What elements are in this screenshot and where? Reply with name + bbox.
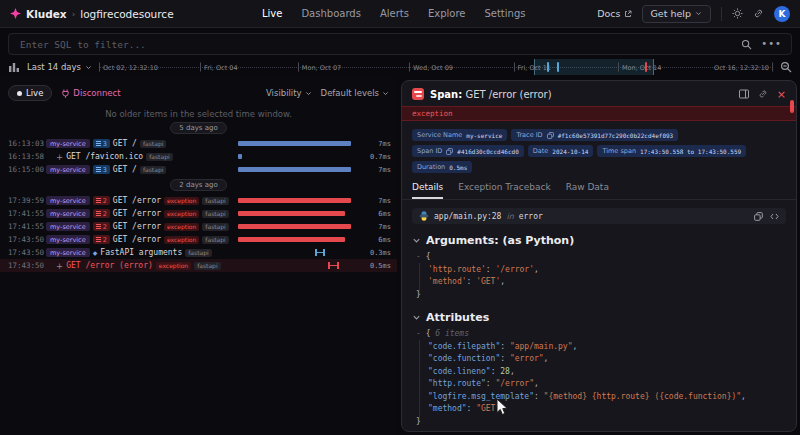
tab-explore[interactable]: Explore (428, 8, 466, 19)
copy-icon[interactable] (754, 212, 763, 221)
fastapi-tag: fastapi (194, 262, 220, 270)
fastapi-tag: fastapi (202, 197, 228, 205)
breadcrumb-separator: › (72, 9, 76, 19)
tab-settings[interactable]: Settings (484, 8, 525, 19)
fastapi-tag: fastapi (202, 210, 228, 218)
code-file-link[interactable]: app/main.py:28 (434, 212, 501, 221)
disconnect-button[interactable]: Disconnect (61, 88, 120, 98)
duration-bar-track (238, 197, 360, 204)
disconnect-label: Disconnect (73, 88, 120, 98)
span-meta-pill[interactable]: Trace ID#f1c60e57391d77c290c0b22cd4ef093 (511, 129, 678, 141)
fastapi-tag: fastapi (140, 140, 166, 148)
trace-row[interactable]: 16:13:03my-service3GET /fastapi7ms (0, 137, 397, 150)
trace-time: 17:39:59 (8, 196, 42, 205)
scrollbar-error-thumb[interactable] (790, 100, 794, 113)
spans-icon (96, 141, 101, 146)
detail-tab-raw-data[interactable]: Raw Data (566, 182, 609, 199)
trace-row[interactable]: 17:41:55my-service2GET /errorexceptionfa… (0, 207, 397, 220)
timeline-event-mark (645, 62, 647, 72)
span-meta-pill[interactable]: Time span17:43:50.558 to 17:43:50.559 (597, 145, 746, 157)
fastapi-tag: fastapi (202, 236, 228, 244)
detail-tab-exception-traceback[interactable]: Exception Traceback (458, 182, 550, 199)
trace-row[interactable]: 16:15:00my-service3GET /fastapi7ms (0, 163, 397, 176)
live-toggle[interactable]: Live (8, 85, 52, 101)
duration-bar-track (238, 153, 360, 160)
user-avatar[interactable]: K (774, 6, 790, 22)
trace-time: 17:43:50 (8, 261, 42, 270)
timeline-tick-label: Oct 16, 12:32:10 (714, 63, 769, 71)
trace-row[interactable]: 17:43:50my-service2GET /errorexceptionfa… (0, 233, 397, 246)
duration-bar (238, 141, 351, 146)
exception-tag: exception (164, 223, 199, 231)
logfire-logo-icon (10, 8, 21, 19)
duration-bar-track (238, 236, 360, 243)
zoom-out-icon[interactable] (780, 61, 792, 73)
span-detail-panel: Span: GET /error (error) × exception Ser… (401, 80, 797, 432)
docs-link[interactable]: Docs (597, 8, 631, 19)
levels-dropdown[interactable]: Default levels (321, 88, 389, 98)
docs-label: Docs (597, 8, 620, 19)
span-meta-pill[interactable]: Service Namemy-service (412, 129, 507, 141)
tab-alerts[interactable]: Alerts (380, 8, 409, 19)
pill-value: #f1c60e57391d77c290c0b22cd4ef093 (558, 132, 674, 139)
trace-row-content: my-service2GET /errorexceptionfastapi (46, 235, 234, 244)
sql-filter-input[interactable] (18, 38, 732, 51)
span-title: Span: GET /error (error) (430, 89, 552, 100)
timeline-tick: Fri, Oct 04 (200, 63, 237, 72)
close-icon[interactable]: × (777, 89, 786, 100)
detail-header-actions: × (739, 89, 786, 100)
span-meta-pill[interactable]: Date2024-10-14 (528, 145, 594, 157)
time-divider: 2 days ago (0, 179, 397, 191)
trace-row-content: +GET /error (error)exceptionfastapi (46, 261, 234, 270)
span-count-badge: 2 (93, 209, 110, 218)
code-line: "logfire.msg_template": "{method} {http.… (416, 391, 786, 404)
view-source-icon[interactable] (770, 212, 779, 221)
service-tag: my-service (46, 222, 90, 231)
trace-row[interactable]: 16:13:58+GET /favicon.icofastapi0.7ms (0, 150, 397, 163)
detail-tab-details[interactable]: Details (412, 182, 443, 199)
get-help-button[interactable]: Get help (642, 5, 712, 23)
copy-icon[interactable] (446, 148, 453, 155)
search-icon[interactable] (741, 39, 752, 50)
code-line: "method": "GET", (416, 403, 786, 416)
theme-toggle-icon[interactable] (732, 8, 743, 19)
code-location-in: in (506, 212, 513, 221)
dock-panel-icon[interactable] (739, 89, 749, 99)
attributes-section-heading[interactable]: Attributes (402, 301, 796, 327)
span-label: GET / (113, 165, 137, 174)
duration-bar-track (238, 223, 360, 230)
chevron-down-icon (305, 90, 312, 97)
trace-row[interactable]: 17:43:50my-service◆FastAPI argumentsfast… (0, 246, 397, 259)
tab-live[interactable]: Live (262, 8, 282, 19)
share-link-icon[interactable] (753, 8, 764, 19)
fastapi-tag: fastapi (202, 223, 228, 231)
timeline-tick-label: Wed, Oct 09 (413, 63, 453, 71)
span-meta-pill[interactable]: Duration0.5ms (412, 161, 472, 173)
arguments-section-heading[interactable]: Arguments: (as Python) (402, 224, 796, 250)
time-range-select[interactable]: Last 14 days (27, 62, 92, 72)
visibility-dropdown[interactable]: Visibility (266, 88, 312, 98)
trace-row-content: +GET /favicon.icofastapi (46, 152, 234, 161)
arguments-heading-label: Arguments: (as Python) (426, 234, 574, 247)
span-meta-pill[interactable]: Span ID#416d30c0ccd46cd0 (412, 145, 524, 157)
histogram-icon[interactable] (8, 61, 20, 73)
duration-bar (238, 211, 345, 216)
code-location[interactable]: app/main.py:28 in error (412, 208, 786, 224)
trace-row[interactable]: 17:41:55my-service2GET /errorexceptionfa… (0, 220, 397, 233)
pill-label: Trace ID (516, 131, 542, 139)
copy-icon[interactable] (547, 132, 554, 139)
breadcrumb-project[interactable]: logfirecodesource (80, 8, 173, 20)
timeline-tick-label: Mon, Oct 14 (622, 63, 661, 71)
spans-icon (96, 198, 101, 203)
copy-link-icon[interactable] (758, 89, 768, 99)
live-dot-icon (17, 91, 22, 96)
tab-dashboards[interactable]: Dashboards (301, 8, 360, 19)
service-tag: my-service (46, 139, 90, 148)
trace-row[interactable]: 17:43:50+GET /error (error)exceptionfast… (0, 259, 397, 272)
service-tag: my-service (46, 165, 90, 174)
time-range-label: Last 14 days (27, 62, 81, 72)
exception-tag: exception (164, 197, 199, 205)
trace-row[interactable]: 17:39:59my-service2GET /errorexceptionfa… (0, 194, 397, 207)
breadcrumb-org[interactable]: Kludex (26, 8, 67, 20)
timeline-track[interactable]: Oct 02, 12:32:10Fri, Oct 04Mon, Oct 07We… (99, 58, 773, 76)
